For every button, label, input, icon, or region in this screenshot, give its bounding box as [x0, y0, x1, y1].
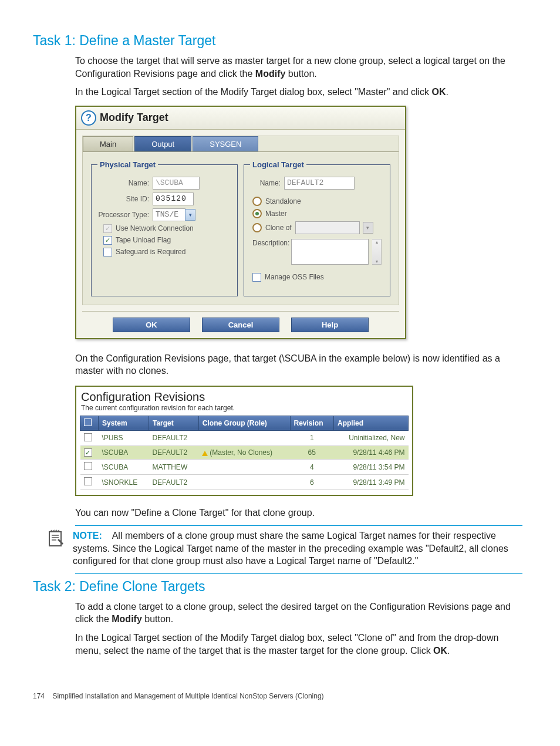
task1-body: To choose the target that will serve as …: [75, 55, 522, 99]
row-checkbox[interactable]: [84, 433, 92, 441]
use-network-checkbox[interactable]: [103, 224, 112, 233]
cell-applied: 9/28/11 3:54 PM: [334, 460, 409, 475]
note-icon: [47, 529, 66, 568]
revisions-title: Configuration Revisions: [81, 390, 409, 404]
log-name-label: Name:: [250, 179, 284, 187]
cloneof-dropdown-icon[interactable]: ▾: [363, 222, 373, 234]
table-row[interactable]: \SCUBAMATTHEW49/28/11 3:54 PM: [80, 460, 409, 475]
manage-oss-label: Manage OSS Files: [265, 273, 324, 281]
help-icon[interactable]: ?: [81, 110, 96, 126]
siteid-label: Site ID:: [97, 195, 153, 203]
cloneof-select[interactable]: [295, 221, 360, 234]
task1-p1c: button.: [285, 69, 316, 79]
header-target[interactable]: Target: [149, 416, 198, 430]
header-clone[interactable]: Clone Group (Role): [198, 416, 290, 430]
row-checkbox[interactable]: [84, 448, 92, 457]
table-row[interactable]: \SNORKLEDEFAULT269/28/11 3:49 PM: [80, 475, 409, 490]
chapter-title: Simplified Installation and Management o…: [52, 692, 323, 700]
cell-system: \SCUBA: [99, 460, 149, 475]
page-number: 174: [33, 692, 45, 700]
warning-icon: [202, 451, 208, 456]
help-button[interactable]: Help: [291, 318, 369, 332]
cell-system: \SNORKLE: [99, 475, 149, 490]
note-label: NOTE:: [73, 531, 102, 541]
cell-clone: (Master, No Clones): [198, 445, 290, 460]
note-rule-top: [75, 525, 522, 526]
physical-legend: Physical Target: [97, 160, 158, 169]
cell-applied: Uninitialized, New: [334, 430, 409, 445]
revisions-subtitle: The current configuration revision for e…: [81, 404, 409, 412]
table-row[interactable]: \PUBSDEFAULT21Uninitialized, New: [80, 430, 409, 445]
phys-name-label: Name:: [97, 179, 153, 187]
header-applied[interactable]: Applied: [334, 416, 409, 430]
note-body: All members of a clone group must share …: [73, 531, 508, 566]
description-label: Description:: [252, 239, 288, 247]
tape-unload-checkbox[interactable]: [103, 236, 112, 245]
physical-target-group: Physical Target Name: \SCUBA Site ID: 03…: [91, 160, 238, 296]
row-checkbox[interactable]: [84, 462, 92, 470]
master-label: Master: [265, 210, 287, 218]
after-revs-p: You can now "Define a Clone Target" for …: [75, 507, 522, 519]
task2-p1c: button.: [142, 614, 173, 624]
standalone-radio[interactable]: [252, 197, 262, 206]
task2-ok-bold: OK: [433, 646, 447, 656]
description-scrollbar[interactable]: ▴▾: [372, 239, 382, 265]
tab-output[interactable]: Output: [134, 136, 191, 151]
master-radio[interactable]: [252, 209, 262, 218]
ok-bold: OK: [432, 87, 446, 97]
cell-clone: [198, 430, 290, 445]
cloneof-radio[interactable]: [252, 223, 262, 232]
dialog-title-text: Modify Target: [100, 112, 168, 124]
row-checkbox[interactable]: [84, 477, 92, 485]
proctype-dropdown-icon[interactable]: ▾: [185, 209, 195, 221]
safeguard-checkbox[interactable]: [103, 248, 112, 256]
ok-button[interactable]: OK: [113, 318, 190, 332]
phys-name-input[interactable]: \SCUBA: [153, 177, 200, 190]
task2-p2c: .: [447, 646, 450, 656]
task2-modify-bold: Modify: [112, 614, 142, 624]
task1-p2c: .: [446, 87, 448, 97]
svg-rect-0: [49, 532, 61, 546]
safeguard-label: Safeguard is Required: [116, 248, 185, 256]
cell-revision: 65: [290, 445, 334, 460]
cell-clone: [198, 475, 290, 490]
proctype-input[interactable]: TNS/E: [153, 208, 185, 221]
siteid-input[interactable]: 035120: [153, 193, 194, 205]
note-text: NOTE: All members of a clone group must …: [73, 529, 522, 568]
task1-p2a: In the Logical Target section of the Mod…: [75, 87, 432, 97]
task2-body: To add a clone target to a clone group, …: [75, 600, 522, 657]
cell-applied: 9/28/11 3:49 PM: [334, 475, 409, 490]
mid-paragraph-text: On the Configuration Revisions page, tha…: [75, 352, 522, 377]
cell-applied: 9/28/11 4:46 PM: [334, 445, 409, 460]
use-network-label: Use Network Connection: [116, 224, 194, 232]
tape-unload-label: Tape Unload Flag: [116, 236, 171, 244]
table-row[interactable]: \SCUBADEFAULT2(Master, No Clones)659/28/…: [80, 445, 409, 460]
cell-revision: 6: [290, 475, 334, 490]
cell-target: DEFAULT2: [149, 445, 198, 460]
cell-system: \SCUBA: [99, 445, 149, 460]
manage-oss-checkbox[interactable]: [252, 273, 261, 282]
tab-main[interactable]: Main: [83, 136, 133, 151]
cell-revision: 4: [290, 460, 334, 475]
configuration-revisions-panel: Configuration Revisions The current conf…: [75, 386, 413, 497]
cell-clone: [198, 460, 290, 475]
cell-target: DEFAULT2: [149, 430, 198, 445]
cloneof-label: Clone of: [265, 224, 292, 232]
description-textarea[interactable]: [291, 239, 369, 265]
cell-revision: 1: [290, 430, 334, 445]
cancel-button[interactable]: Cancel: [202, 318, 279, 332]
cell-target: DEFAULT2: [149, 475, 198, 490]
header-system[interactable]: System: [99, 416, 149, 430]
header-revision[interactable]: Revision: [290, 416, 334, 430]
task2-heading: Task 2: Define Clone Targets: [33, 579, 527, 595]
tab-sysgen[interactable]: SYSGEN: [193, 136, 258, 151]
logical-target-group: Logical Target Name: DEFAULT2 Standalone…: [244, 160, 390, 296]
cell-target: MATTHEW: [149, 460, 198, 475]
cell-system: \PUBS: [99, 430, 149, 445]
modify-target-dialog: ? Modify Target Main Output SYSGEN Physi…: [75, 106, 406, 339]
header-checkbox[interactable]: [80, 416, 99, 430]
log-name-input[interactable]: DEFAULT2: [284, 177, 355, 190]
task1-heading: Task 1: Define a Master Target: [33, 33, 527, 49]
page-footer: 174 Simplified Installation and Manageme…: [33, 692, 527, 700]
note-rule-bottom: [75, 573, 522, 574]
